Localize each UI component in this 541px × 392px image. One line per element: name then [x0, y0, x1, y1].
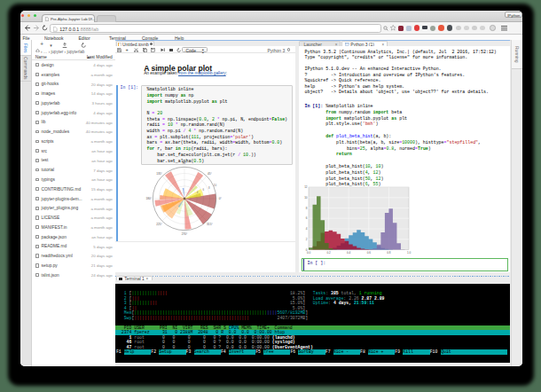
svg-text:12: 12	[305, 185, 309, 189]
svg-text:0.2: 0.2	[327, 250, 332, 254]
svg-text:45°: 45°	[208, 172, 213, 176]
svg-text:6: 6	[306, 216, 308, 220]
svg-text:0.8: 0.8	[388, 250, 392, 254]
svg-text:180°: 180°	[146, 197, 153, 200]
svg-text:0°: 0°	[219, 197, 223, 200]
svg-text:225°: 225°	[157, 223, 163, 226]
svg-text:0.0: 0.0	[307, 250, 311, 254]
svg-text:90°: 90°	[183, 161, 188, 165]
svg-text:270°: 270°	[182, 233, 188, 237]
svg-text:0.4: 0.4	[348, 250, 352, 254]
svg-text:8: 8	[208, 186, 210, 190]
svg-text:2: 2	[306, 237, 308, 240]
svg-text:0.6: 0.6	[367, 250, 372, 254]
svg-text:6: 6	[203, 188, 205, 192]
svg-text:8: 8	[306, 206, 308, 209]
svg-text:10: 10	[214, 184, 217, 187]
svg-text:1.0: 1.0	[407, 250, 412, 254]
svg-text:135°: 135°	[157, 172, 163, 176]
svg-text:4: 4	[306, 227, 308, 231]
svg-text:10: 10	[305, 195, 309, 199]
svg-text:315°: 315°	[207, 223, 213, 226]
